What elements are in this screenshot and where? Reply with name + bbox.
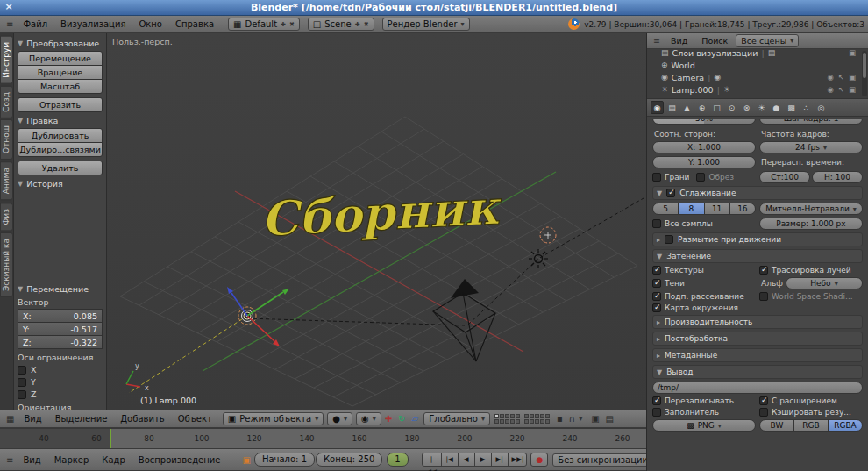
tab-material[interactable]: ●	[770, 101, 783, 114]
play-reverse-button[interactable]: ◀	[458, 453, 475, 467]
vector-x-field[interactable]: X: 0.085	[18, 309, 103, 323]
editor-type-icon[interactable]: ≡	[4, 455, 16, 465]
overwrite-checkbox[interactable]: Перезаписывать	[652, 396, 756, 405]
tab-animation[interactable]: Анима	[0, 161, 13, 200]
menu-file[interactable]: Файл	[17, 19, 53, 29]
screen-layout-selector[interactable]: ▦ Default ✚ ✖	[228, 18, 300, 31]
use-preview-range-icon[interactable]: ▣	[239, 455, 253, 465]
menu-playback[interactable]: Воспроизведение	[132, 455, 227, 465]
auto-keyframe-button[interactable]: ●	[530, 453, 548, 467]
outliner-display-dropdown[interactable]: Все сцены ▾	[736, 34, 799, 47]
outliner-scrollbar[interactable]	[862, 51, 867, 96]
text-object[interactable]: Сборник	[260, 179, 503, 247]
selectability-toggle-icon[interactable]: ↖	[838, 85, 844, 94]
remap-old-field[interactable]: Ст:100	[759, 171, 810, 183]
panel-output-header[interactable]: ▼ Вывод	[652, 365, 863, 379]
menu-view[interactable]: Вид	[17, 455, 46, 465]
alpha-dropdown[interactable]: Небо ▾	[786, 277, 863, 289]
manipulator-translate-icon[interactable]: ✚	[382, 414, 395, 424]
tab-render-layers[interactable]: ▤	[665, 101, 679, 114]
frame-rate-dropdown[interactable]: 24 fps ▾	[759, 141, 863, 153]
tab-object[interactable]: □	[710, 101, 723, 114]
current-frame-playhead[interactable]	[110, 429, 111, 448]
ray-tracing-checkbox[interactable]: Трассировка лучей	[759, 266, 863, 275]
shadows-checkbox[interactable]: Тени	[652, 279, 756, 288]
tab-particles[interactable]: ∴	[800, 101, 813, 114]
subsurface-checkbox[interactable]: Подп. рассеивание	[652, 292, 756, 301]
environment-map-checkbox[interactable]: Карта окружения	[652, 303, 756, 312]
aa-samples-5[interactable]: 5	[652, 203, 679, 215]
visibility-toggle-icon[interactable]: ◉	[827, 73, 833, 82]
sun-lamp-object[interactable]	[529, 227, 556, 268]
manipulator-rotate-icon[interactable]: ↻	[395, 414, 408, 424]
constraint-z-checkbox[interactable]: Z	[18, 389, 103, 399]
frame-step-field[interactable]: Шаг кадра: 1	[759, 119, 863, 125]
translate-button[interactable]: Перемещение	[18, 51, 103, 66]
play-button[interactable]: ▶	[474, 453, 492, 467]
aa-samples-11[interactable]: 11	[704, 203, 730, 215]
editor-type-icon[interactable]: ≡	[4, 19, 16, 29]
menu-view[interactable]: Вид	[18, 414, 47, 424]
menu-window[interactable]: Окно	[132, 19, 168, 29]
next-keyframe-button[interactable]: ▶|	[491, 453, 509, 467]
pivot-dropdown[interactable]: ◉ ▾	[356, 412, 381, 425]
scale-button[interactable]: Масштаб	[18, 79, 103, 94]
panel-metadata-header[interactable]: ▸ Метаданные	[652, 348, 863, 362]
manipulator-scale-icon[interactable]: ▱	[409, 414, 421, 424]
outliner-row-camera[interactable]: ◉ Camera | ◉ ◉ ↖ ▣	[647, 71, 868, 83]
color-mode-bw[interactable]: BW	[759, 419, 794, 432]
jump-to-end-button[interactable]: ▶▶|	[508, 453, 528, 467]
add-scene-icon[interactable]: ✚	[355, 21, 360, 28]
editor-type-icon[interactable]: ≡	[651, 36, 663, 46]
editor-type-icon[interactable]: ▦	[4, 414, 17, 424]
panel-performance-header[interactable]: ▸ Производительность	[652, 315, 863, 329]
shading-dropdown[interactable]: ● ▾	[327, 412, 352, 425]
cache-result-checkbox[interactable]: Кэшировать резу...	[759, 408, 863, 417]
color-mode-rgba[interactable]: RGBA	[828, 419, 863, 432]
panel-history-header[interactable]: ▼ История	[18, 179, 103, 189]
menu-marker[interactable]: Маркер	[48, 455, 96, 465]
tab-physics[interactable]: Физ	[0, 203, 13, 231]
operator-panel-header[interactable]: ▼ Перемещение	[18, 284, 103, 294]
placeholders-checkbox[interactable]: Заполнитель	[652, 408, 756, 417]
resolution-percent-slider[interactable]: 50%	[652, 119, 756, 125]
vector-z-field[interactable]: Z: -0.322	[18, 335, 103, 349]
mirror-button[interactable]: Отразить	[18, 97, 103, 112]
rotate-button[interactable]: Вращение	[18, 65, 103, 80]
file-extensions-checkbox[interactable]: С расширением	[759, 396, 863, 405]
tab-modifiers[interactable]: ⊗	[740, 101, 753, 114]
delete-scene-icon[interactable]: ✖	[364, 21, 369, 28]
timeline-ruler[interactable]: 40 60 80 100 120 140 160 180 200 220 240…	[0, 428, 646, 448]
menu-frame[interactable]: Кадр	[96, 455, 132, 465]
color-mode-rgb[interactable]: RGB	[793, 419, 829, 432]
render-toggle-icon[interactable]: ▣	[849, 73, 856, 82]
opengl-render-anim-icon[interactable]: ▤	[603, 414, 616, 424]
sync-dropdown[interactable]: Без синхронизации ▾	[552, 453, 660, 467]
render-engine-dropdown[interactable]: Рендер Blender ▾	[382, 18, 470, 31]
menu-view[interactable]: Вид	[665, 36, 694, 46]
motion-blur-checkbox[interactable]	[665, 235, 673, 244]
outliner-row-render-layers[interactable]: ▤ Слои визуализации | ▤ ▣	[647, 49, 868, 59]
aa-samples-8[interactable]: 8	[678, 203, 704, 215]
panel-motion-blur-header[interactable]: ▸ Размытие при движении	[652, 232, 863, 246]
lock-icon[interactable]: ▪	[554, 414, 566, 424]
scene-selector[interactable]: □ Scene ✚ ✖	[308, 18, 374, 31]
constraint-y-checkbox[interactable]: Y	[18, 377, 103, 387]
delete-button[interactable]: Удалить	[18, 161, 103, 175]
snap-magnet-icon[interactable]: ∩	[566, 414, 578, 424]
aa-size-field[interactable]: Размер: 1.000 px	[759, 218, 863, 230]
tab-scene[interactable]: ▲	[680, 101, 694, 114]
remap-new-field[interactable]: Н: 100	[812, 171, 863, 183]
aspect-y-field[interactable]: Y: 1.000	[652, 156, 756, 168]
tab-relations[interactable]: Отнош	[0, 119, 13, 160]
opengl-render-icon[interactable]: ▣	[588, 414, 601, 424]
add-layout-icon[interactable]: ✚	[281, 21, 286, 28]
menu-search[interactable]: Поиск	[695, 36, 734, 46]
tab-render[interactable]: ◉	[651, 101, 664, 114]
tab-create[interactable]: Созд	[0, 86, 13, 118]
vector-y-field[interactable]: Y: -0.517	[18, 322, 103, 336]
crop-checkbox[interactable]: Обрез	[696, 173, 734, 182]
current-frame-field[interactable]: 1	[387, 453, 408, 467]
render-toggle-icon[interactable]: ▣	[849, 85, 856, 94]
constraint-x-checkbox[interactable]: X	[18, 365, 103, 375]
